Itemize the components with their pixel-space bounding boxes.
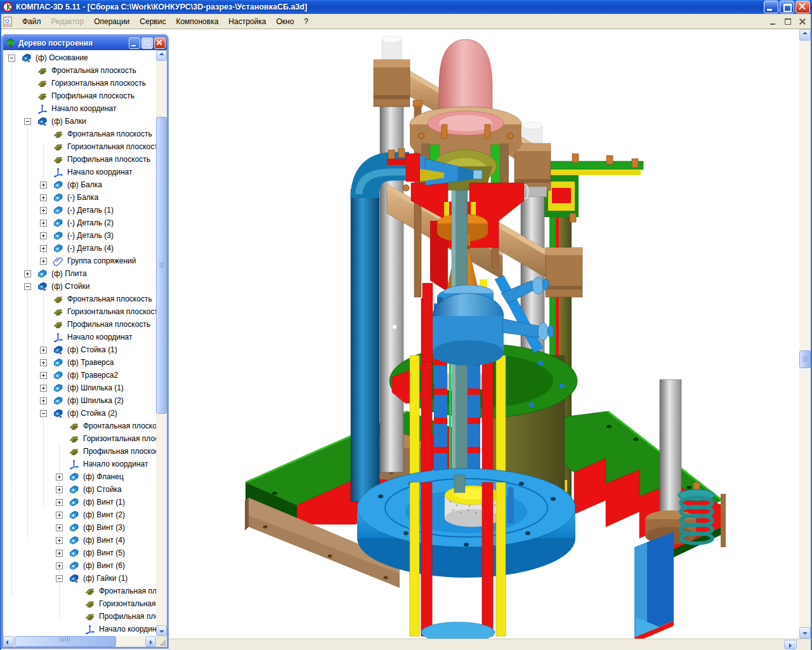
tree-item[interactable]: Горизонтальная плоскость (3, 140, 156, 153)
tree-resize-grip[interactable] (156, 636, 167, 647)
mdi-restore-button[interactable] (782, 16, 795, 27)
tree-item[interactable]: (-) Деталь (1) (3, 204, 156, 216)
tree-close-button[interactable] (154, 37, 166, 49)
view-scroll-right-button[interactable] (784, 640, 797, 649)
tree-item[interactable]: (ф) Стойка (3, 483, 156, 496)
tree-item[interactable]: (ф) Плита (3, 267, 156, 280)
assembly-3d-viewport[interactable] (170, 29, 801, 639)
tree-item[interactable]: Профильная плоскость (3, 318, 156, 331)
tree-item[interactable]: (ф) Шпилька (2) (3, 394, 156, 407)
window-titlebar[interactable]: КОМПАС-3D 5.11 - [Сборка C:\Work\КОНКУРС… (0, 0, 812, 14)
tree-item[interactable]: (ф) Винт (6) (3, 559, 156, 572)
expand-plus-icon[interactable] (40, 220, 47, 227)
tree-item[interactable]: Горизонтальная плоскость (3, 77, 156, 90)
tree-item[interactable]: Фронтальная плоскость (3, 128, 156, 140)
view-scroll-down-button[interactable] (799, 627, 811, 639)
expand-plus-icon[interactable] (40, 232, 47, 239)
tree-item[interactable]: (ф) Балка (3, 178, 156, 191)
tree-item[interactable]: (ф) Винт (4) (3, 534, 156, 547)
tree-item[interactable]: (-) Балка (3, 191, 156, 204)
expand-plus-icon[interactable] (40, 245, 47, 252)
tree-item[interactable]: (ф) Траверса (3, 356, 156, 369)
expand-plus-icon[interactable] (40, 397, 47, 404)
tree-item[interactable]: (ф) Винт (2) (3, 508, 156, 521)
expand-plus-icon[interactable] (56, 474, 63, 481)
expand-plus-icon[interactable] (56, 524, 63, 531)
tree-item[interactable]: Фронтальная плоскость (3, 293, 156, 305)
tree-maximize-button[interactable] (141, 37, 153, 49)
tree-scroll-right-button[interactable] (145, 636, 156, 647)
menu-item-3[interactable]: Сервис (134, 15, 171, 28)
expand-plus-icon[interactable] (56, 499, 63, 506)
expand-plus-icon[interactable] (56, 537, 63, 544)
tree-vscroll-thumb[interactable] (156, 117, 167, 414)
view-vscroll-thumb[interactable] (799, 350, 811, 368)
expand-plus-icon[interactable] (40, 359, 47, 366)
collapse-minus-icon[interactable] (24, 283, 31, 290)
window-restore-button[interactable] (780, 1, 794, 13)
tree-item[interactable]: (ф) Винт (1) (3, 496, 156, 508)
window-close-button[interactable] (796, 1, 810, 13)
tree-item[interactable]: (-) Деталь (4) (3, 242, 156, 255)
tree-item[interactable]: Начало координат (3, 623, 156, 635)
tree-scroll-down-button[interactable] (156, 625, 167, 636)
tree-item[interactable]: Начало координат (3, 102, 156, 115)
collapse-minus-icon[interactable] (56, 575, 63, 582)
mdi-close-button[interactable] (796, 16, 809, 27)
tree-item[interactable]: Профильная плоскость (3, 610, 156, 623)
expand-plus-icon[interactable] (40, 258, 47, 265)
tree-item[interactable]: Профильная плоскость (3, 445, 156, 458)
expand-plus-icon[interactable] (56, 562, 63, 569)
tree-vertical-scrollbar[interactable] (156, 50, 167, 636)
tree-item[interactable]: (ф) Балки (3, 115, 156, 128)
tree-item[interactable]: Горизонтальная плоскость (3, 432, 156, 445)
tree-item[interactable]: (ф) Фланец (3, 470, 156, 483)
tree-item[interactable]: Фронтальная плоскость (3, 64, 156, 77)
menu-item-4[interactable]: Компоновка (171, 15, 223, 28)
collapse-minus-icon[interactable] (40, 410, 47, 417)
tree-item[interactable]: (ф) Шпилька (1) (3, 381, 156, 394)
menu-item-6[interactable]: Окно (271, 15, 299, 28)
expand-plus-icon[interactable] (56, 550, 63, 557)
expand-plus-icon[interactable] (56, 512, 63, 519)
tree-item[interactable]: Горизонтальная плоскость (3, 305, 156, 318)
tree-scroll-left-button[interactable] (3, 636, 14, 647)
menu-item-5[interactable]: Настройка (223, 15, 271, 28)
tree-item[interactable]: Начало координат (3, 458, 156, 470)
tree-item[interactable]: (ф) Стойки (3, 280, 156, 293)
tree-item[interactable]: (ф) Винт (5) (3, 547, 156, 559)
tree-hscroll-thumb[interactable] (15, 636, 116, 647)
menu-item-0[interactable]: Файл (17, 15, 46, 28)
expand-plus-icon[interactable] (40, 182, 47, 189)
tree-item[interactable]: (ф) Гайки (1) (3, 572, 156, 585)
tree-horizontal-scrollbar[interactable] (3, 636, 156, 647)
collapse-minus-icon[interactable] (8, 55, 15, 62)
menu-item-7[interactable]: ? (299, 15, 313, 28)
tree-scroll-up-button[interactable] (156, 50, 167, 61)
expand-plus-icon[interactable] (40, 194, 47, 201)
tree-item[interactable]: Профильная плоскость (3, 153, 156, 166)
expand-plus-icon[interactable] (40, 207, 47, 214)
tree-item[interactable]: Горизонтальная плоскость (3, 597, 156, 610)
menu-item-2[interactable]: Операции (89, 15, 134, 28)
tree-item[interactable]: (ф) Стойка (1) (3, 343, 156, 356)
document-icon[interactable] (3, 17, 13, 27)
tree-item[interactable]: (-) Деталь (3) (3, 229, 156, 242)
expand-plus-icon[interactable] (40, 372, 47, 379)
tree-item[interactable]: (-) Деталь (2) (3, 216, 156, 229)
tree-item[interactable]: Фронтальная плоскость (3, 585, 156, 597)
tree-item[interactable]: (ф) Стойка (2) (3, 407, 156, 420)
tree-minimize-button[interactable] (129, 37, 140, 49)
view-vertical-scrollbar[interactable] (799, 29, 811, 639)
view-scroll-up-button[interactable] (799, 29, 811, 41)
tree-item[interactable]: Профильная плоскость (3, 90, 156, 102)
tree-item[interactable]: Группа сопряжений (3, 255, 156, 267)
tree-item[interactable]: Фронтальная плоскость (3, 420, 156, 432)
tree-item[interactable]: (ф) Траверса2 (3, 369, 156, 381)
expand-plus-icon[interactable] (56, 486, 63, 493)
window-minimize-button[interactable] (764, 1, 778, 13)
expand-plus-icon[interactable] (40, 347, 47, 354)
tree-item[interactable]: (ф) Винт (3) (3, 521, 156, 534)
collapse-minus-icon[interactable] (24, 118, 31, 125)
expand-plus-icon[interactable] (24, 270, 31, 277)
